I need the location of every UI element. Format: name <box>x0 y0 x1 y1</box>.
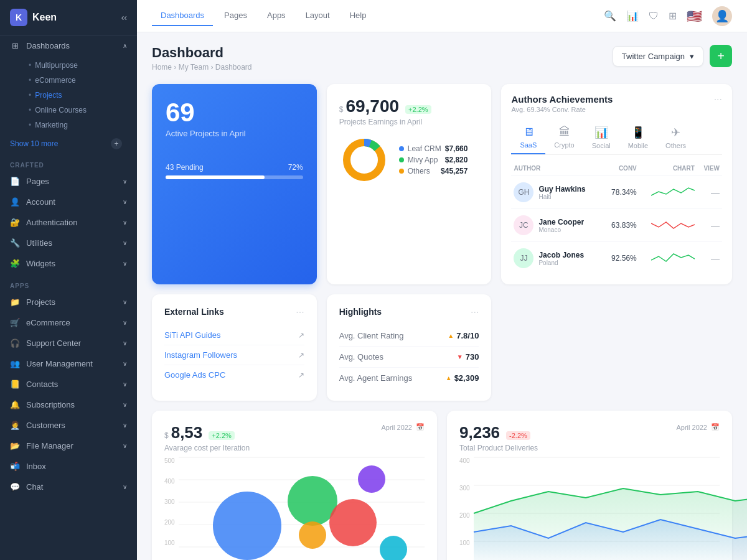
legend-dot-1 <box>399 157 404 162</box>
author-info-2: JJ Jacob Jones Poland <box>514 248 600 268</box>
sidebar-sub-marketing[interactable]: Marketing <box>19 118 137 133</box>
deliveries-period-label: April 2022 <box>676 424 707 431</box>
shield-icon[interactable]: 🛡 <box>649 11 659 22</box>
cost-chart-card: $ 8,53 +2.2% Avarage cost per Iteration … <box>152 411 437 560</box>
grid-icon[interactable]: ⊞ <box>669 10 677 22</box>
authors-table: Author Conv Chart View GH <box>511 161 722 274</box>
sidebar-item-usermgmt[interactable]: 👥 User Management ∨ <box>0 353 137 374</box>
tab-layout[interactable]: Layout <box>297 6 339 26</box>
sidebar-sub-projects[interactable]: Projects <box>19 88 137 103</box>
pending-percent: 72% <box>288 163 303 172</box>
logo-icon: K <box>10 9 27 26</box>
ext-link-icon-0: ↗ <box>298 331 304 340</box>
sidebar-item-ecommerce[interactable]: 🛒 eCommerce ∨ <box>0 312 137 333</box>
legend-name-0: Leaf CRM <box>408 144 441 153</box>
app-projects-icon: 📁 <box>10 297 20 307</box>
tab-social[interactable]: 📊 Social <box>583 122 619 154</box>
sidebar-sub-onlinecourses[interactable]: Online Courses <box>19 103 137 118</box>
ext-link-icon-2: ↗ <box>298 371 304 380</box>
sidebar-sub-multipurpose[interactable]: Multipurpose <box>19 58 137 73</box>
authors-card: Authors Achievements Avg. 69.34% Conv. R… <box>501 84 732 284</box>
author-view-0[interactable]: — <box>697 176 722 209</box>
ext-links-menu-icon[interactable]: ··· <box>296 307 304 318</box>
highlight-label-1: Avg. Quotes <box>339 352 383 362</box>
author-conv-1: 63.83% <box>603 209 639 242</box>
page-title: Dashboard <box>152 45 252 61</box>
deliveries-amount: 9,236 <box>459 423 500 442</box>
sidebar-item-account[interactable]: 👤 Account ∨ <box>0 192 137 212</box>
search-icon[interactable]: 🔍 <box>604 10 616 22</box>
sidebar-item-utilities[interactable]: 🔧 Utilities ∨ <box>0 233 137 253</box>
page-header-actions: Twitter Campaign ▾ + <box>613 45 732 67</box>
sidebar-item-chat[interactable]: 💬 Chat ∨ <box>0 477 137 497</box>
flag-icon[interactable]: 🇺🇸 <box>687 9 702 24</box>
sidebar-item-app-projects[interactable]: 📁 Projects ∨ <box>0 292 137 312</box>
tab-others[interactable]: ✈ Others <box>657 122 695 154</box>
sidebar-item-dashboards[interactable]: ⊞ Dashboards ∧ <box>0 35 137 56</box>
sidebar-item-pages[interactable]: 📄 Pages ∨ <box>0 171 137 192</box>
campaign-dropdown[interactable]: Twitter Campaign ▾ <box>613 46 703 67</box>
pages-icon: 📄 <box>10 177 20 186</box>
sidebar-sub-ecommerce[interactable]: eCommerce <box>19 73 137 88</box>
highlights-menu-icon[interactable]: ··· <box>471 307 479 318</box>
sidebar-collapse-button[interactable]: ‹‹ <box>121 12 127 22</box>
chevron-icon: ∨ <box>123 442 127 449</box>
sidebar-item-authentication[interactable]: 🔐 Authentication ∨ <box>0 212 137 233</box>
authors-menu-icon[interactable]: ··· <box>714 94 722 105</box>
sidebar-item-widgets[interactable]: 🧩 Widgets ∨ <box>0 253 137 274</box>
highlight-label-2: Avg. Agent Earnings <box>339 373 413 383</box>
col-conv: Conv <box>603 161 639 176</box>
author-name-2: Jacob Jones <box>538 251 584 259</box>
mini-chart-0 <box>651 184 695 199</box>
sidebar-item-inbox[interactable]: 📬 Inbox <box>0 456 137 477</box>
author-country-2: Poland <box>538 259 584 266</box>
tab-saas[interactable]: 🖥 SaaS <box>511 122 545 154</box>
tab-mobile-label: Mobile <box>628 142 648 149</box>
sidebar-item-contacts[interactable]: 📒 Contacts ∨ <box>0 374 137 394</box>
chart-icon[interactable]: 📊 <box>626 10 639 22</box>
ext-link-1[interactable]: Instagram Followers ↗ <box>164 345 304 365</box>
topnav: Dashboards Pages Apps Layout Help 🔍 📊 🛡 … <box>137 0 747 32</box>
mini-chart-2 <box>651 250 695 265</box>
user-avatar[interactable]: 👤 <box>712 6 732 26</box>
show-more-button[interactable]: Show 10 more + <box>0 134 137 153</box>
dashboards-icon: ⊞ <box>10 41 20 50</box>
earnings-label: Projects Earnings in April <box>339 118 479 126</box>
author-view-1[interactable]: — <box>697 209 722 242</box>
tab-pages[interactable]: Pages <box>215 6 256 26</box>
sidebar-item-filemanager[interactable]: 📂 File Manager ∨ <box>0 436 137 456</box>
highlight-arrow-down-1: ▼ <box>457 353 463 360</box>
ext-link-2[interactable]: Google Ads CPC ↗ <box>164 365 304 385</box>
tab-mobile[interactable]: 📱 Mobile <box>619 122 657 154</box>
chevron-icon: ∨ <box>123 401 127 408</box>
show-more-label: Show 10 more <box>10 139 58 148</box>
legend-val-1: $2,820 <box>445 156 468 164</box>
sidebar-item-support[interactable]: 🎧 Support Center ∨ <box>0 333 137 353</box>
tab-apps[interactable]: Apps <box>258 6 294 26</box>
bubble-courses <box>299 521 326 549</box>
ext-link-0[interactable]: SiTi API Guides ↗ <box>164 325 304 345</box>
calendar-icon-2: 📅 <box>711 423 720 431</box>
tab-crypto-label: Crypto <box>554 141 574 149</box>
author-avatar-1: JC <box>514 215 533 235</box>
deliveries-period[interactable]: April 2022 📅 <box>676 423 720 431</box>
authors-title: Authors Achievements <box>511 94 613 105</box>
author-view-2[interactable]: — <box>697 242 722 275</box>
highlight-row-2: Avg. Agent Earnings ▲ $2,309 <box>339 368 479 388</box>
cost-y-axis: 5004003002001000 <box>164 457 175 560</box>
tab-help[interactable]: Help <box>341 6 375 26</box>
sidebar-item-customers[interactable]: 🧑‍💼 Customers ∨ <box>0 415 137 436</box>
author-name-0: Guy Hawkins <box>538 185 585 194</box>
tab-dashboards[interactable]: Dashboards <box>152 6 213 26</box>
legend-item-2: Others $45,257 <box>399 167 468 175</box>
add-button[interactable]: + <box>710 45 732 67</box>
contacts-icon: 📒 <box>10 380 20 389</box>
highlight-arrow-up-0: ▲ <box>448 332 454 339</box>
author-country-1: Monaco <box>538 226 584 233</box>
author-conv-0: 78.34% <box>603 176 639 209</box>
sidebar-item-subscriptions[interactable]: 🔔 Subscriptions ∨ <box>0 394 137 415</box>
cost-period[interactable]: April 2022 📅 <box>381 423 425 431</box>
others-icon: ✈ <box>671 126 680 139</box>
tab-crypto[interactable]: 🏛 Crypto <box>545 122 583 154</box>
ext-links-header: External Links ··· <box>164 307 304 318</box>
